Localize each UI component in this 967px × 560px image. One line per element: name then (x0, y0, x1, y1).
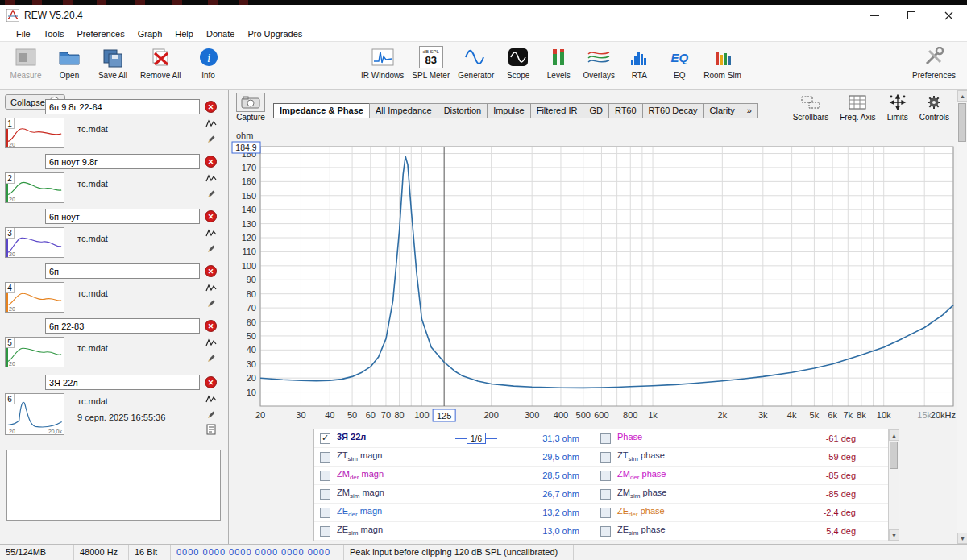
ir-windows-button[interactable]: IR Windows (361, 44, 404, 80)
maximize-button[interactable] (893, 5, 930, 26)
remove-all-button[interactable]: Remove All (140, 44, 181, 80)
tab-clarity[interactable]: Clarity (703, 103, 741, 118)
capture-button[interactable]: Capture (236, 93, 265, 122)
measurement-thumbnail[interactable]: 1 20 (5, 118, 64, 148)
phase-checkbox[interactable] (600, 471, 611, 481)
controls-button[interactable]: Controls (919, 92, 949, 122)
open-button[interactable]: Open (53, 44, 85, 80)
notes-area[interactable] (6, 450, 221, 521)
trace-actions-icon[interactable] (205, 118, 217, 128)
phase-label[interactable]: ZMsim phase (617, 487, 791, 500)
measurement-name-input[interactable] (45, 318, 200, 334)
spl-meter-button[interactable]: dB SPL 83 SPL Meter (412, 44, 450, 80)
edit-pencil-icon[interactable] (206, 409, 216, 418)
measurement-thumbnail[interactable]: 6 20 20,0k (5, 393, 64, 435)
room-sim-button[interactable]: Room Sim (703, 44, 741, 80)
trace-label[interactable]: ZEder magn (337, 506, 505, 518)
magn-checkbox[interactable] (320, 433, 330, 444)
measurement-thumbnail[interactable]: 2 20 (5, 172, 64, 203)
preferences-button[interactable]: Preferences (912, 44, 956, 80)
scroll-up-icon[interactable]: ▲ (957, 90, 967, 102)
scrollbar-thumb[interactable] (958, 103, 966, 142)
edit-pencil-icon[interactable] (206, 243, 216, 252)
edit-pencil-icon[interactable] (206, 352, 216, 362)
trace-actions-icon[interactable] (205, 394, 217, 404)
overlays-button[interactable]: Overlays (583, 44, 615, 80)
menu-tools[interactable]: Tools (37, 29, 71, 39)
menu-graph[interactable]: Graph (131, 29, 169, 39)
magn-checkbox[interactable] (320, 526, 330, 537)
save-all-button[interactable]: Save All (97, 44, 129, 80)
menu-preferences[interactable]: Preferences (70, 29, 131, 39)
generator-button[interactable]: Generator (458, 44, 494, 80)
delete-measurement-button[interactable]: ✕ (205, 320, 217, 332)
minimize-button[interactable] (856, 5, 893, 26)
magn-checkbox[interactable] (320, 508, 330, 518)
limits-button[interactable]: Limits (887, 92, 908, 122)
eq-button[interactable]: EQ EQ (663, 44, 695, 80)
phase-checkbox[interactable] (600, 489, 611, 500)
magn-checkbox[interactable] (320, 471, 330, 481)
scroll-down-icon[interactable]: ▼ (889, 529, 899, 541)
scope-button[interactable]: Scope (502, 44, 534, 80)
menu-pro-upgrades[interactable]: Pro Upgrades (241, 29, 309, 39)
phase-checkbox[interactable] (600, 508, 611, 518)
trace-actions-icon[interactable] (205, 283, 217, 292)
measurement-thumbnail[interactable]: 3 20 (5, 227, 64, 258)
scroll-up-icon[interactable]: ▲ (889, 429, 899, 441)
magn-checkbox[interactable] (320, 452, 330, 463)
window-scrollbar[interactable]: ▲ ▼ (957, 90, 967, 544)
menu-file[interactable]: File (10, 29, 37, 39)
tab-filtered-ir[interactable]: Filtered IR (530, 103, 584, 118)
phase-checkbox[interactable] (600, 433, 611, 444)
edit-pencil-icon[interactable] (206, 297, 216, 307)
levels-button[interactable]: Levels (542, 44, 575, 80)
measure-button[interactable]: Measure (10, 44, 42, 80)
measurement-name-input[interactable] (45, 99, 200, 114)
trace-actions-icon[interactable] (205, 338, 217, 347)
edit-pencil-icon[interactable] (206, 188, 216, 197)
scrollbar-thumb[interactable] (890, 442, 898, 469)
close-button[interactable] (930, 5, 967, 26)
delete-measurement-button[interactable]: ✕ (205, 101, 217, 113)
measurement-thumbnail[interactable]: 5 20 (5, 337, 64, 367)
measurement-name-input[interactable] (45, 375, 200, 390)
magn-checkbox[interactable] (320, 489, 330, 500)
edit-pencil-icon[interactable] (206, 133, 216, 143)
phase-checkbox[interactable] (600, 526, 611, 537)
tab-distortion[interactable]: Distortion (438, 103, 488, 118)
tab-rt60-decay[interactable]: RT60 Decay (642, 103, 704, 118)
impedance-chart[interactable]: 1020304050607080901001101201301401501601… (230, 126, 957, 429)
trace-actions-icon[interactable] (205, 228, 217, 238)
delete-measurement-button[interactable]: ✕ (205, 210, 217, 222)
measurement-thumbnail[interactable]: 4 20 (5, 282, 64, 313)
trace-label[interactable]: ZTsim magn (337, 450, 505, 463)
measurement-name-input[interactable] (45, 263, 200, 279)
menu-help[interactable]: Help (168, 29, 200, 39)
delete-measurement-button[interactable]: ✕ (205, 376, 217, 388)
tab-impedance-phase[interactable]: Impedance & Phase (273, 103, 370, 118)
delete-measurement-button[interactable]: ✕ (205, 156, 217, 168)
phase-label[interactable]: ZMder phase (617, 469, 791, 481)
freq-axis-button[interactable]: Freq. Axis (840, 92, 875, 122)
scrollbars-button[interactable]: Scrollbars (793, 92, 828, 122)
trace-label[interactable]: 3Я 22л (337, 432, 455, 444)
phase-label[interactable]: Phase (617, 432, 791, 444)
phase-label[interactable]: ZEsim phase (617, 525, 791, 537)
notes-icon[interactable] (206, 424, 216, 435)
info-button[interactable]: i Info (193, 44, 225, 80)
delete-measurement-button[interactable]: ✕ (205, 265, 217, 277)
tab-overflow[interactable]: » (741, 103, 758, 118)
chart-canvas[interactable]: 1020304050607080901001101201301401501601… (230, 126, 957, 429)
phase-checkbox[interactable] (600, 452, 611, 463)
trace-label[interactable]: ZMder magn (337, 469, 505, 481)
tab-gd[interactable]: GD (583, 103, 609, 118)
trace-label[interactable]: ZMsim magn (337, 487, 505, 500)
tab-impulse[interactable]: Impulse (487, 103, 531, 118)
legend-scrollbar[interactable]: ▲ ▼ (888, 429, 899, 541)
trace-actions-icon[interactable] (205, 173, 217, 183)
phase-label[interactable]: ZTsim phase (617, 450, 791, 463)
menu-donate[interactable]: Donate (200, 29, 241, 39)
tab-all-impedance[interactable]: All Impedance (369, 103, 438, 118)
rta-button[interactable]: RTA (623, 44, 655, 80)
